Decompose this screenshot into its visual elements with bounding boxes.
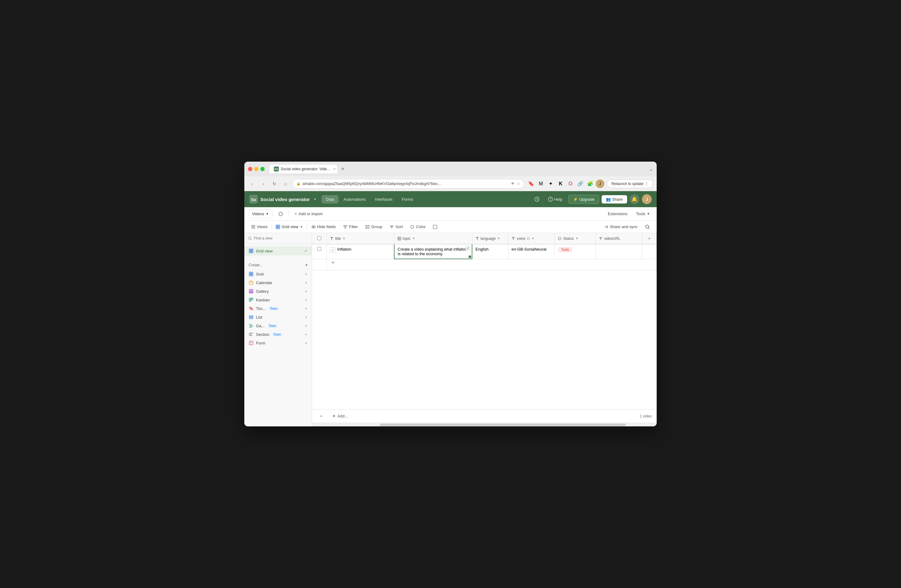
footer-add-button[interactable]: + <box>317 412 326 420</box>
gantt-add-icon[interactable]: + <box>305 323 307 328</box>
app-title-dropdown-icon[interactable]: ▼ <box>313 198 316 201</box>
sidebar-item-timeline[interactable]: Tim... Team + <box>244 304 312 313</box>
status-cell[interactable]: Todo <box>555 244 596 259</box>
notification-button[interactable]: 🔔 <box>630 194 639 204</box>
relaunch-button[interactable]: Relaunch to update ⋮ <box>607 179 653 188</box>
header-video-url[interactable]: videoURL <box>596 233 642 244</box>
url-bar[interactable]: 🔒 airtable.com/apppaZ6aaQM5pNQny/tblM6lt… <box>292 179 524 189</box>
new-tab-button[interactable]: + <box>338 165 347 173</box>
maximize-button[interactable] <box>260 167 265 171</box>
share-and-sync-button[interactable]: Share and sync <box>601 223 641 231</box>
footer-ai-button[interactable]: ✦ Add... <box>329 412 351 420</box>
sidebar-item-list[interactable]: List + <box>244 313 312 321</box>
status-sort-icon[interactable]: ▼ <box>575 237 578 240</box>
mail-ext-icon[interactable]: M <box>537 179 545 188</box>
forward-button[interactable]: › <box>259 179 268 188</box>
header-checkbox-cell <box>312 233 327 244</box>
row-height-button[interactable] <box>430 223 440 231</box>
reload-button[interactable]: ↻ <box>270 179 279 188</box>
home-button[interactable]: ⌂ <box>281 179 290 188</box>
sidebar-item-gantt[interactable]: Ga... Team + <box>244 321 312 330</box>
list-add-icon[interactable]: + <box>305 315 307 320</box>
grid-view-button[interactable]: Grid view ▼ <box>273 223 305 231</box>
section-add-icon[interactable]: + <box>305 332 307 337</box>
sidebar-item-form[interactable]: Form + <box>244 338 312 347</box>
back-button[interactable]: ‹ <box>248 179 257 188</box>
topic-expand-button[interactable]: ⤢ <box>466 246 471 251</box>
k-ext-icon[interactable]: K <box>556 179 565 188</box>
cell-resize-handle[interactable] <box>469 256 471 258</box>
add-field-icon[interactable]: + <box>648 236 650 241</box>
sidebar-item-grid-view[interactable]: Grid view ✓ <box>244 246 312 256</box>
topic-sort-icon[interactable]: ▼ <box>412 237 415 240</box>
title-cell[interactable]: ⤢ Inflation <box>327 244 394 259</box>
sidebar-item-gallery[interactable]: Gallery + <box>244 287 312 296</box>
header-title[interactable]: title ▼ <box>327 233 394 244</box>
close-button[interactable] <box>248 167 253 171</box>
sort-button[interactable]: Sort <box>387 223 406 231</box>
topic-cell[interactable]: Create a video explaining what inflation… <box>394 244 472 259</box>
select-all-checkbox[interactable] <box>317 236 321 240</box>
sidebar-item-calendar[interactable]: Calendar + <box>244 278 312 287</box>
link-ext-icon[interactable]: 🔗 <box>576 179 585 188</box>
gallery-add-icon[interactable]: + <box>305 289 307 294</box>
tab-close-button[interactable]: ✕ <box>333 167 336 171</box>
grid-add-icon[interactable]: + <box>305 271 307 276</box>
add-row-button[interactable]: + <box>327 259 656 266</box>
title-sort-icon[interactable]: ▼ <box>343 237 346 240</box>
header-topic[interactable]: topic ▼ <box>394 233 472 244</box>
sidebar-item-section[interactable]: Section Team + <box>244 330 312 338</box>
svg-rect-34 <box>252 298 253 300</box>
voice-sort-icon[interactable]: ▼ <box>532 237 535 240</box>
voice-cell[interactable]: en-GB-SoniaNeural <box>508 244 555 259</box>
row-checkbox[interactable] <box>317 247 321 251</box>
add-or-import-button[interactable]: + Add or import <box>292 210 326 218</box>
extensions-button[interactable]: Extensions <box>605 210 631 218</box>
horizontal-scrollbar[interactable] <box>312 423 657 426</box>
user-avatar[interactable]: J <box>642 194 652 204</box>
color-button[interactable]: Color <box>407 223 429 231</box>
history-icon[interactable] <box>532 194 542 204</box>
views-panel-toggle[interactable]: Views <box>248 223 270 231</box>
puzzle-ext-icon[interactable]: 🧩 <box>586 179 594 188</box>
opera-ext-icon[interactable]: O <box>566 179 575 188</box>
minimize-button[interactable] <box>254 167 259 171</box>
bookmark-ext-icon[interactable]: 🔖 <box>527 179 535 188</box>
lang-sort-icon[interactable]: ▼ <box>497 237 500 240</box>
group-button[interactable]: Group <box>362 223 385 231</box>
video-url-cell[interactable] <box>596 244 642 259</box>
nav-forms[interactable]: Forms <box>398 195 418 203</box>
photo-ext-icon[interactable]: J <box>596 179 604 188</box>
row-expand-button[interactable]: ⤢ <box>330 247 335 253</box>
search-button[interactable] <box>642 223 653 231</box>
create-section-header[interactable]: Create... ▾ <box>249 263 307 267</box>
nav-interfaces[interactable]: Interfaces <box>371 195 397 203</box>
header-language[interactable]: language ▼ <box>472 233 508 244</box>
active-tab[interactable]: So Social video generator: Vide... ✕ <box>270 165 337 173</box>
videos-tab[interactable]: Videos ▼ <box>248 210 273 218</box>
sidebar-item-grid[interactable]: Grid + <box>244 270 312 278</box>
nav-data[interactable]: Data <box>321 195 338 203</box>
find-view-input[interactable] <box>254 236 308 240</box>
videos-tab-label: Videos <box>252 212 264 216</box>
share-button[interactable]: 👥 Share <box>602 195 627 203</box>
view-options-button[interactable] <box>275 210 286 218</box>
timeline-add-icon[interactable]: + <box>305 306 307 311</box>
kanban-add-icon[interactable]: + <box>305 297 307 302</box>
scrollbar-thumb[interactable] <box>380 424 626 426</box>
filter-button[interactable]: Filter <box>340 223 361 231</box>
calendar-add-icon[interactable]: + <box>305 280 307 285</box>
upgrade-button[interactable]: ⚡ Upgrade <box>568 195 599 204</box>
nav-automations[interactable]: Automations <box>339 195 370 203</box>
sidebar-item-kanban[interactable]: Kanban + <box>244 296 312 304</box>
form-add-icon[interactable]: + <box>305 340 307 345</box>
header-voice[interactable]: voice i ▼ <box>508 233 555 244</box>
header-status[interactable]: Status ▼ <box>555 233 596 244</box>
star-icon[interactable]: ☆ <box>517 181 521 186</box>
tools-button[interactable]: Tools ▼ <box>633 210 653 218</box>
header-add-field[interactable]: + <box>642 233 656 244</box>
star-ext-icon[interactable]: ✦ <box>547 179 555 188</box>
help-button[interactable]: ? Help <box>544 195 566 203</box>
hide-fields-button[interactable]: Hide fields <box>308 223 339 231</box>
language-cell[interactable]: English <box>472 244 508 259</box>
